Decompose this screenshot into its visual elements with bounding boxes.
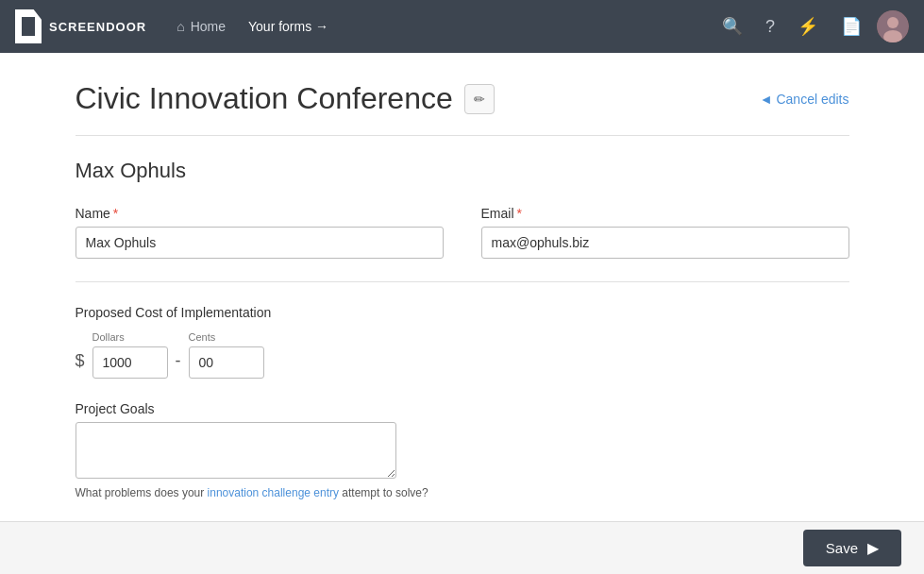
goals-hint-text: What problems does your innovation chall…: [76, 486, 428, 499]
email-required: *: [517, 206, 522, 221]
header-divider: [76, 135, 849, 136]
svg-point-1: [887, 17, 899, 28]
brand-logo[interactable]: SCREENDOOR: [15, 9, 146, 43]
respondent-name: Max Ophuls: [76, 159, 849, 183]
edit-title-button[interactable]: ✏: [464, 84, 495, 114]
cost-section: Proposed Cost of Implementation $ Dollar…: [76, 305, 849, 379]
cost-row: $ Dollars - Cents: [76, 331, 849, 379]
name-input[interactable]: [76, 227, 444, 259]
goals-textarea[interactable]: [76, 422, 396, 479]
avatar[interactable]: [877, 10, 909, 42]
cancel-edits-link[interactable]: ◄ Cancel edits: [760, 92, 849, 107]
goals-hint: What problems does your innovation chall…: [76, 486, 849, 499]
cost-separator: -: [176, 351, 181, 379]
nav-home-label: Home: [191, 19, 226, 34]
dollars-input[interactable]: [92, 346, 168, 379]
dollar-sign: $: [76, 351, 85, 379]
cents-label: Cents: [189, 331, 264, 343]
footer: Save ▶: [0, 521, 924, 528]
main-content: Civic Innovation Conference ✏ ◄ Cancel e…: [38, 53, 887, 528]
email-label: Email*: [481, 206, 849, 221]
brand-name: SCREENDOOR: [49, 20, 146, 34]
cost-label: Proposed Cost of Implementation: [76, 305, 849, 320]
home-icon: ⌂: [176, 19, 184, 34]
email-input[interactable]: [481, 227, 849, 259]
help-icon[interactable]: ?: [754, 0, 786, 53]
dollars-label: Dollars: [92, 331, 168, 343]
section-divider: [76, 281, 849, 282]
navbar: SCREENDOOR ⌂ Home Your forms → 🔍 ? ⚡ 📄: [0, 0, 924, 53]
nav-forms-label: Your forms →: [248, 19, 328, 34]
goals-label: Project Goals: [76, 401, 155, 416]
nav-forms[interactable]: Your forms →: [237, 0, 340, 53]
title-area: Civic Innovation Conference ✏: [76, 81, 495, 116]
cancel-edits-label: ◄ Cancel edits: [760, 92, 849, 107]
name-required: *: [113, 206, 118, 221]
dollars-group: Dollars: [92, 331, 168, 379]
name-email-row: Name* Email*: [76, 206, 849, 259]
header-row: Civic Innovation Conference ✏ ◄ Cancel e…: [76, 81, 849, 116]
page-title: Civic Innovation Conference: [76, 81, 453, 116]
goals-section: Project Goals What problems does your in…: [76, 401, 849, 499]
lightning-icon[interactable]: ⚡: [786, 0, 830, 53]
cents-input[interactable]: [189, 346, 264, 379]
search-icon[interactable]: 🔍: [711, 0, 754, 53]
avatar-image: [877, 10, 909, 42]
cents-group: Cents: [189, 331, 264, 379]
document-icon[interactable]: 📄: [830, 0, 873, 53]
email-group: Email*: [481, 206, 849, 259]
name-group: Name*: [76, 206, 444, 259]
name-label: Name*: [76, 206, 444, 221]
nav-home[interactable]: ⌂ Home: [165, 0, 237, 53]
logo-icon: [15, 9, 42, 43]
